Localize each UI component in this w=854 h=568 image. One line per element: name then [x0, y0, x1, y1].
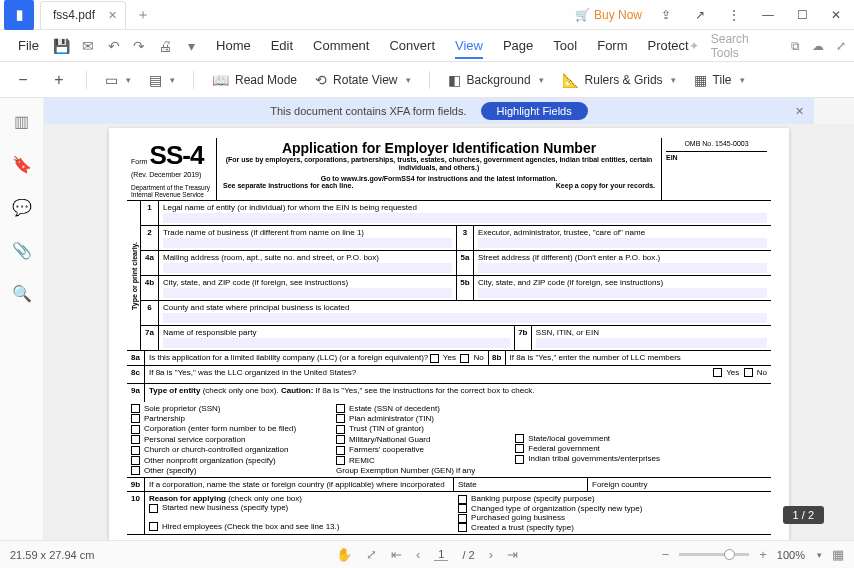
read-mode-button[interactable]: 📖Read Mode: [212, 72, 297, 88]
cb-trust[interactable]: [336, 425, 345, 434]
tab-comment[interactable]: Comment: [313, 38, 369, 53]
cb-corp[interactable]: [131, 425, 140, 434]
save-icon[interactable]: 💾: [49, 38, 75, 54]
cb-8a-yes[interactable]: [430, 354, 439, 363]
field-1[interactable]: [163, 213, 767, 223]
cb-8a-no[interactable]: [460, 354, 469, 363]
tile-button[interactable]: ▦Tile▾: [694, 72, 745, 88]
file-menu[interactable]: File: [8, 38, 49, 53]
dropdown-icon[interactable]: ▾: [178, 38, 204, 54]
print-icon[interactable]: 🖨: [152, 38, 178, 54]
page-layout-button[interactable]: ▤▾: [149, 72, 175, 88]
cb-estate[interactable]: [336, 404, 345, 413]
first-page-icon[interactable]: ⇤: [391, 547, 402, 562]
cb-purch[interactable]: [458, 514, 467, 523]
undo-icon[interactable]: ↶: [101, 38, 127, 54]
mail-icon[interactable]: ✉: [75, 38, 101, 54]
cb-nonprof[interactable]: [131, 456, 140, 465]
cb-partner[interactable]: [131, 414, 140, 423]
cb-remic[interactable]: [336, 456, 345, 465]
bookmark-icon[interactable]: 🔖: [12, 155, 32, 174]
field-4a[interactable]: [163, 263, 452, 273]
cb-8c-no[interactable]: [744, 368, 753, 377]
share-icon[interactable]: ⇪: [656, 8, 676, 22]
new-tab-button[interactable]: ＋: [136, 6, 150, 24]
document-tab[interactable]: fss4.pdf ✕: [40, 1, 126, 29]
zoom-out-button[interactable]: −: [14, 71, 32, 89]
redo-icon[interactable]: ↷: [126, 38, 152, 54]
expand-icon[interactable]: ⤢: [836, 39, 846, 53]
field-5a[interactable]: [478, 263, 767, 273]
cb-started[interactable]: [149, 504, 158, 513]
tab-tool[interactable]: Tool: [553, 38, 577, 53]
cb-church[interactable]: [131, 446, 140, 455]
field-6[interactable]: [163, 313, 767, 323]
fit-actual-button[interactable]: ▭▾: [105, 72, 131, 88]
kebab-menu-icon[interactable]: ⋮: [724, 8, 744, 22]
last-page-icon[interactable]: ⇥: [507, 547, 518, 562]
fit-page-icon[interactable]: ▦: [832, 547, 844, 562]
zoom-slider[interactable]: [679, 553, 749, 556]
maximize-button[interactable]: ☐: [792, 8, 812, 22]
next-page-icon[interactable]: ›: [489, 547, 493, 562]
rotate-view-button[interactable]: ⟲Rotate View▾: [315, 72, 410, 88]
field-2[interactable]: [163, 238, 452, 248]
tab-protect[interactable]: Protect: [648, 38, 689, 53]
wand-icon[interactable]: ✦: [689, 39, 699, 53]
rulers-grids-button[interactable]: 📐Rulers & Grids▾: [562, 72, 676, 88]
minimize-button[interactable]: —: [758, 8, 778, 22]
cb-other[interactable]: [131, 466, 140, 475]
tab-page[interactable]: Page: [503, 38, 533, 53]
line4a-label: Mailing address (room, apt., suite no. a…: [163, 253, 379, 262]
zoom-out-status[interactable]: −: [662, 547, 670, 562]
cb-fed[interactable]: [515, 444, 524, 453]
zoom-slider-handle[interactable]: [724, 549, 735, 560]
line7a-label: Name of responsible party: [163, 328, 256, 337]
tab-form[interactable]: Form: [597, 38, 627, 53]
banner-close-icon[interactable]: ✕: [795, 105, 804, 118]
field-3[interactable]: [478, 238, 767, 248]
cloud-icon[interactable]: ☁: [812, 39, 824, 53]
zoom-value[interactable]: 100%: [777, 549, 805, 561]
tab-convert[interactable]: Convert: [389, 38, 435, 53]
tab-view[interactable]: View: [455, 38, 483, 59]
background-button[interactable]: ◧Background▾: [448, 72, 544, 88]
select-tool-icon[interactable]: ⤢: [366, 547, 377, 562]
cb-psc[interactable]: [131, 435, 140, 444]
hand-tool-icon[interactable]: ✋: [336, 547, 352, 562]
tab-label: fss4.pdf: [53, 8, 95, 22]
search-tools-input[interactable]: Search Tools: [711, 32, 779, 60]
buy-now-button[interactable]: 🛒 Buy Now: [575, 8, 642, 22]
cb-stloc[interactable]: [515, 434, 524, 443]
cb-bank[interactable]: [458, 495, 467, 504]
tab-home[interactable]: Home: [216, 38, 251, 53]
cb-tribal[interactable]: [515, 455, 524, 464]
open-external-icon[interactable]: ↗: [690, 8, 710, 22]
close-tab-icon[interactable]: ✕: [108, 9, 117, 22]
cb-farm[interactable]: [336, 446, 345, 455]
thumbnails-icon[interactable]: ▥: [14, 112, 29, 131]
prev-page-icon[interactable]: ‹: [416, 547, 420, 562]
field-4b[interactable]: [163, 288, 452, 298]
search-icon[interactable]: 🔍: [12, 284, 32, 303]
cb-plan[interactable]: [336, 414, 345, 423]
cb-hired[interactable]: [149, 522, 158, 531]
highlight-fields-button[interactable]: Highlight Fields: [481, 102, 588, 120]
close-window-button[interactable]: ✕: [826, 8, 846, 22]
cb-mil[interactable]: [336, 435, 345, 444]
popout-icon[interactable]: ⧉: [791, 39, 800, 53]
read-mode-label: Read Mode: [235, 73, 297, 87]
attachment-icon[interactable]: 📎: [12, 241, 32, 260]
page-input[interactable]: 1: [434, 548, 448, 561]
field-7b[interactable]: [536, 338, 767, 348]
tab-edit[interactable]: Edit: [271, 38, 293, 53]
comment-icon[interactable]: 💬: [12, 198, 32, 217]
field-7a[interactable]: [163, 338, 510, 348]
field-5b[interactable]: [478, 288, 767, 298]
zoom-in-status[interactable]: +: [759, 547, 767, 562]
cb-trust2[interactable]: [458, 523, 467, 532]
cb-sole[interactable]: [131, 404, 140, 413]
cb-8c-yes[interactable]: [713, 368, 722, 377]
zoom-in-button[interactable]: +: [50, 71, 68, 89]
cb-changed[interactable]: [458, 504, 467, 513]
